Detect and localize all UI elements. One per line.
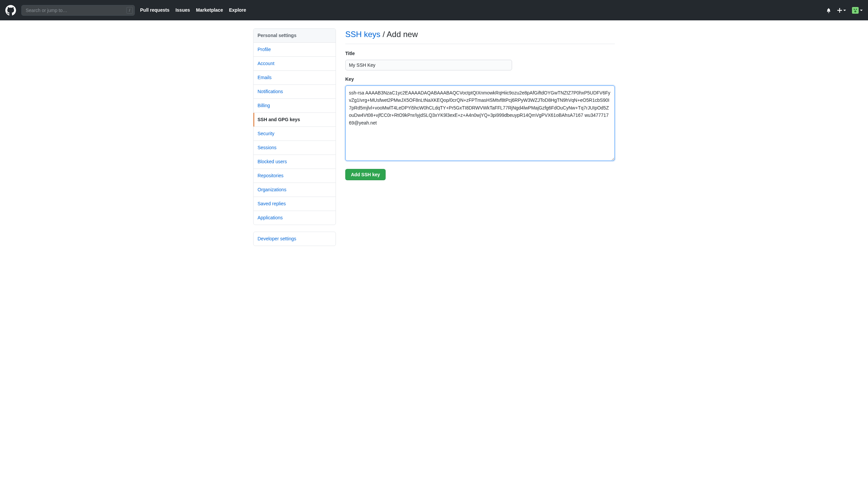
plus-icon — [837, 8, 842, 13]
sidebar-item-profile[interactable]: Profile — [253, 43, 336, 57]
slash-key-hint: / — [126, 7, 133, 14]
developer-settings-group: Developer settings — [253, 232, 336, 246]
sidebar-item-repositories[interactable]: Repositories — [253, 169, 336, 183]
page-title: SSH keys / Add new — [345, 28, 615, 44]
personal-settings-group: Personal settings Profile Account Emails… — [253, 28, 336, 225]
notifications-button[interactable] — [826, 8, 831, 13]
sidebar-item-developer-settings[interactable]: Developer settings — [253, 232, 336, 246]
create-menu[interactable] — [837, 8, 846, 13]
sidebar-item-billing[interactable]: Billing — [253, 99, 336, 113]
key-label: Key — [345, 76, 615, 83]
breadcrumb-current: Add new — [386, 30, 417, 39]
search-input[interactable] — [21, 5, 135, 16]
primary-nav: Pull requests Issues Marketplace Explore — [140, 7, 246, 14]
sidebar-item-saved-replies[interactable]: Saved replies — [253, 197, 336, 211]
sidebar-item-organizations[interactable]: Organizations — [253, 183, 336, 197]
breadcrumb-separator: / — [380, 30, 386, 39]
global-header: / Pull requests Issues Marketplace Explo… — [0, 0, 868, 20]
sidebar-item-security[interactable]: Security — [253, 127, 336, 141]
search-wrap: / — [21, 5, 135, 16]
sidebar-item-emails[interactable]: Emails — [253, 71, 336, 85]
bell-icon — [826, 8, 831, 13]
add-ssh-key-button[interactable]: Add SSH key — [345, 169, 385, 180]
settings-sidebar: Personal settings Profile Account Emails… — [253, 28, 336, 253]
header-right — [826, 7, 863, 14]
github-logo[interactable] — [5, 5, 16, 16]
caret-down-icon — [860, 10, 863, 11]
sidebar-item-notifications[interactable]: Notifications — [253, 85, 336, 99]
main-content: SSH keys / Add new Title Key Add SSH key — [345, 28, 615, 253]
breadcrumb-ssh-keys[interactable]: SSH keys — [345, 30, 380, 39]
sidebar-item-account[interactable]: Account — [253, 57, 336, 71]
avatar — [852, 7, 859, 14]
sidebar-item-sessions[interactable]: Sessions — [253, 141, 336, 155]
nav-issues[interactable]: Issues — [176, 7, 190, 14]
nav-marketplace[interactable]: Marketplace — [196, 7, 223, 14]
title-label: Title — [345, 50, 615, 57]
nav-pull-requests[interactable]: Pull requests — [140, 7, 169, 14]
sidebar-heading: Personal settings — [253, 29, 336, 43]
nav-explore[interactable]: Explore — [229, 7, 246, 14]
title-input[interactable] — [345, 60, 512, 70]
caret-down-icon — [843, 10, 846, 11]
github-mark-icon — [5, 5, 16, 16]
page-container: Personal settings Profile Account Emails… — [248, 20, 620, 261]
user-menu[interactable] — [852, 7, 863, 14]
key-textarea[interactable] — [345, 86, 615, 161]
sidebar-item-ssh-gpg-keys[interactable]: SSH and GPG keys — [253, 113, 336, 127]
sidebar-item-blocked-users[interactable]: Blocked users — [253, 155, 336, 169]
sidebar-item-applications[interactable]: Applications — [253, 211, 336, 224]
